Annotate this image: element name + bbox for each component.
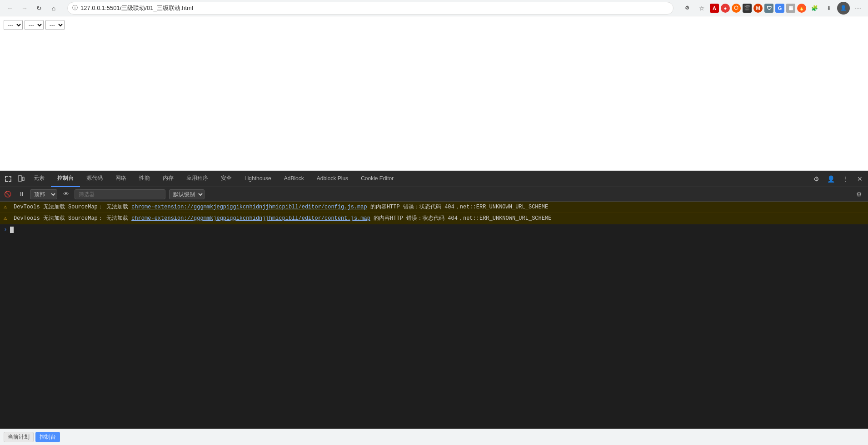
back-button[interactable]: ←	[4, 2, 16, 15]
console-entry-1: ⚠ DevTools 无法加载 SourceMap： 无法加载 chrome-e…	[0, 202, 868, 213]
ext-icon-fire[interactable]: 🔥	[797, 4, 806, 13]
devtools-settings-btn[interactable]: ⚙	[810, 173, 823, 185]
bookmark-btn[interactable]: ☆	[695, 2, 708, 15]
toolbar-icons: ⚙ ☆ A ● ⬡ 🎬 M 🛡 G ▦ 🔥 🧩 ⬇ 👤 ⋯	[681, 2, 864, 15]
devtools-toolbar-right: ⚙ 👤 ⋮ ✕	[810, 173, 866, 185]
nav-buttons: ← → ↻ ⌂	[4, 2, 60, 15]
tab-adblock[interactable]: AdBlock	[278, 171, 310, 187]
more-btn[interactable]: ⋯	[852, 2, 864, 15]
console-entry-text-2: DevTools 无法加载 SourceMap： 无法加载 chrome-ext…	[14, 214, 551, 222]
devtools-tab-bar: 元素 控制台 源代码 网络 性能 内存 应用程序 安全 Lighthouse A…	[0, 171, 868, 187]
console-eye-btn[interactable]: 👁	[61, 189, 71, 199]
devtools-panel: 元素 控制台 源代码 网络 性能 内存 应用程序 安全 Lighthouse A…	[0, 171, 868, 429]
ext-icon-g[interactable]: G	[775, 4, 784, 13]
page-content: --- --- ---	[0, 16, 868, 171]
downloads-btn[interactable]: ⬇	[823, 2, 835, 15]
inspect-element-btn[interactable]	[2, 173, 15, 185]
tab-elements[interactable]: 元素	[27, 171, 51, 187]
ext-icon-red2[interactable]: ●	[721, 4, 730, 13]
browser-status-bar: 当前计划 控制台	[0, 429, 868, 445]
console-clear-btn[interactable]: 🚫	[3, 189, 13, 199]
tab-cookie-editor[interactable]: Cookie Editor	[354, 171, 400, 187]
warn-icon-2: ⚠	[4, 215, 11, 222]
ext-icon-dark[interactable]: 🎬	[743, 4, 752, 13]
tab-network[interactable]: 网络	[109, 171, 133, 187]
home-button[interactable]: ⌂	[47, 2, 60, 15]
console-level-select[interactable]: 默认级别	[169, 189, 205, 199]
page-selects: --- --- ---	[4, 20, 65, 30]
svg-rect-1	[22, 177, 24, 181]
prompt-icon: ›	[4, 226, 7, 233]
sourcemap-link-2[interactable]: chrome-extension://gggmmkjegpiggikcnhidn…	[131, 215, 370, 222]
tab-performance[interactable]: 性能	[133, 171, 156, 187]
extensions-manager-btn[interactable]: 🧩	[808, 2, 821, 15]
tab-application[interactable]: 应用程序	[180, 171, 215, 187]
console-log-area: ⚠ DevTools 无法加载 SourceMap： 无法加载 chrome-e…	[0, 202, 868, 429]
reload-button[interactable]: ↻	[33, 2, 45, 15]
city-select[interactable]: ---	[25, 20, 44, 30]
tab-sources[interactable]: 源代码	[80, 171, 109, 187]
forward-button[interactable]: →	[18, 2, 31, 15]
ext-icon-square[interactable]: ▦	[786, 4, 795, 13]
profile-btn[interactable]: 👤	[837, 2, 850, 15]
tab-security[interactable]: 安全	[215, 171, 238, 187]
url-text: 127.0.0.1:5501/三级联动/01_三级联动.html	[80, 4, 193, 12]
devtools-close-btn[interactable]: ✕	[853, 173, 866, 185]
tab-console[interactable]: 控制台	[51, 171, 80, 187]
device-toolbar-btn[interactable]	[15, 173, 27, 185]
lock-icon: ⓘ	[72, 4, 78, 12]
console-prompt[interactable]: ›	[0, 224, 868, 235]
console-entry-text-1: DevTools 无法加载 SourceMap： 无法加载 chrome-ext…	[14, 203, 548, 211]
sourcemap-link-1[interactable]: chrome-extension://gggmmkjegpiggikcnhidn…	[131, 204, 367, 210]
devtools-more-btn[interactable]: ⋮	[839, 173, 852, 185]
tab-memory[interactable]: 内存	[156, 171, 180, 187]
ext-icon-ms[interactable]: M	[753, 4, 763, 13]
tab-lighthouse[interactable]: Lighthouse	[238, 171, 278, 187]
status-current-plan-btn[interactable]: 当前计划	[4, 432, 34, 442]
warn-icon-1: ⚠	[4, 203, 11, 210]
district-select[interactable]: ---	[45, 20, 65, 30]
svg-rect-0	[18, 176, 22, 181]
status-console-btn[interactable]: 控制台	[35, 432, 60, 442]
extension-btn-1[interactable]: ⚙	[681, 2, 693, 15]
address-bar[interactable]: ⓘ 127.0.0.1:5501/三级联动/01_三级联动.html	[67, 2, 673, 15]
ext-icon-orange[interactable]: ⬡	[732, 4, 741, 13]
devtools-user-btn[interactable]: 👤	[824, 173, 837, 185]
console-context-select[interactable]: 顶部	[30, 189, 57, 199]
tab-adblock-plus[interactable]: Adblock Plus	[310, 171, 354, 187]
console-entry-2: ⚠ DevTools 无法加载 SourceMap： 无法加载 chrome-e…	[0, 213, 868, 224]
ext-icon-shield[interactable]: 🛡	[764, 4, 773, 13]
cursor	[10, 227, 14, 233]
console-filter-input[interactable]	[75, 189, 165, 199]
console-settings-btn[interactable]: ⚙	[853, 188, 865, 201]
province-select[interactable]: ---	[4, 20, 23, 30]
browser-titlebar: ← → ↻ ⌂ ⓘ 127.0.0.1:5501/三级联动/01_三级联动.ht…	[0, 0, 868, 16]
console-pause-btn[interactable]: ⏸	[16, 189, 26, 199]
console-toolbar: 🚫 ⏸ 顶部 👁 默认级别 ⚙	[0, 187, 868, 202]
ext-icon-red[interactable]: A	[710, 4, 719, 13]
